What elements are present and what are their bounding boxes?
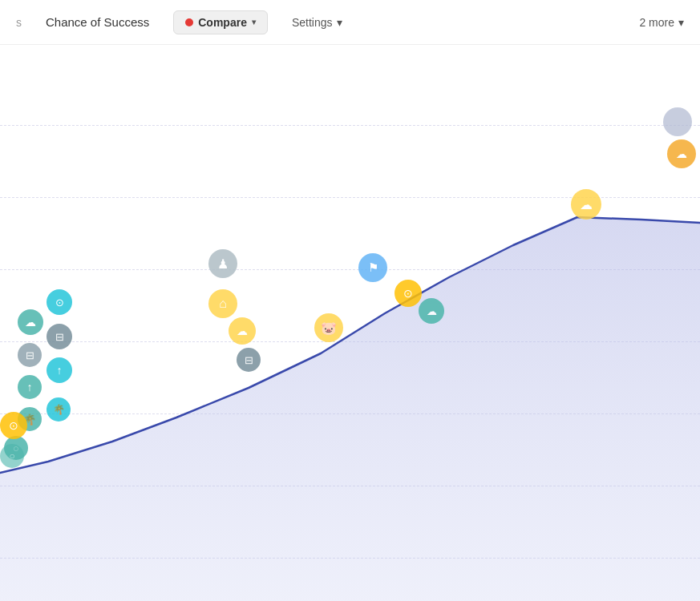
float-icon-table-1[interactable]: ⊟ — [18, 343, 42, 367]
float-icon-blue-gray-top[interactable] — [663, 107, 692, 136]
float-icon-yellow-cloud-upload[interactable]: ☁ — [571, 189, 601, 220]
float-icon-circle-2[interactable]: ○ — [0, 444, 24, 468]
settings-chevron-icon: ▾ — [337, 16, 342, 29]
more-chevron-icon: ▾ — [678, 16, 684, 29]
compare-dot-icon — [185, 18, 193, 26]
float-icon-gray-1[interactable]: ⊟ — [47, 324, 72, 349]
float-icon-cloud-upload-1[interactable]: ☁ — [18, 309, 43, 335]
float-icon-teal-1[interactable]: ⊙ — [47, 289, 72, 315]
float-icon-yellow-cloud[interactable]: ☁ — [229, 317, 256, 345]
top-nav: s Chance of Success Compare ▾ Settings ▾… — [0, 0, 700, 45]
float-icon-orange-top[interactable]: ☁ — [667, 139, 696, 168]
float-icon-yellow-circle[interactable]: ⊙ — [395, 280, 422, 307]
float-icon-teal-palm[interactable]: 🌴 — [47, 397, 71, 422]
float-icon-gray-chess[interactable]: ♟ — [208, 249, 237, 278]
page-title: Chance of Success — [46, 15, 149, 29]
compare-button[interactable]: Compare ▾ — [173, 10, 268, 34]
compare-chevron-icon: ▾ — [252, 18, 256, 26]
nav-prev[interactable]: s — [16, 16, 22, 29]
settings-label: Settings — [292, 16, 333, 29]
more-label: 2 more — [639, 16, 674, 29]
float-icon-yellow-1[interactable]: ⊙ — [0, 412, 27, 439]
float-icon-teal-cloud[interactable]: ☁ — [419, 298, 444, 324]
chart-area: ☁ ⊟ ↑ 🌴 ○ ⊙ ○ ⊙ ⊟ ↑ 🌴 ♟ ⌂ ☁ ⊟ 🐷 ⚑ ⊙ ☁ ☁ … — [0, 45, 700, 601]
float-icon-pig[interactable]: 🐷 — [314, 313, 343, 342]
more-button[interactable]: 2 more ▾ — [639, 16, 684, 29]
settings-button[interactable]: Settings ▾ — [292, 16, 342, 29]
compare-label: Compare — [198, 16, 247, 29]
area-chart — [0, 45, 700, 601]
float-icon-yellow-home[interactable]: ⌂ — [208, 289, 237, 318]
float-icon-flag[interactable]: ⚑ — [358, 253, 387, 282]
float-icon-arrow-up-1[interactable]: ↑ — [18, 375, 42, 399]
float-icon-teal-up[interactable]: ↑ — [47, 357, 72, 383]
float-icon-gray-table[interactable]: ⊟ — [237, 348, 261, 372]
